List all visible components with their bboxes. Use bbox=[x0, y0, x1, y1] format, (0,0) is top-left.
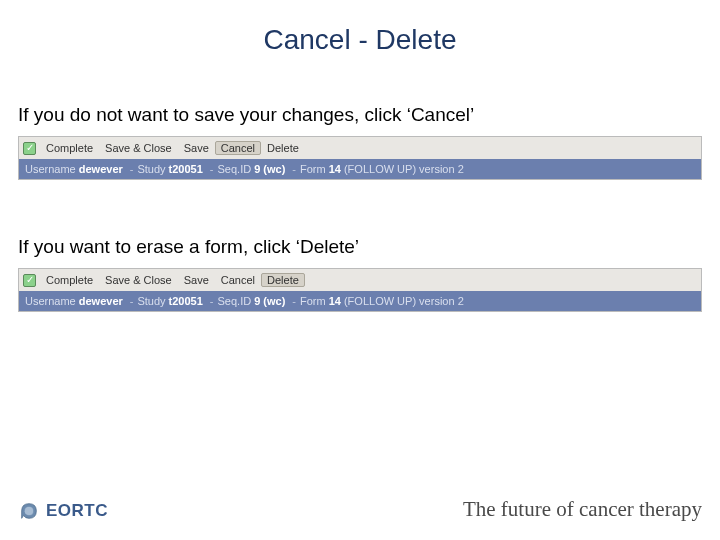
separator-icon: - bbox=[210, 163, 214, 175]
save-close-button[interactable]: Save & Close bbox=[99, 141, 178, 155]
seqid-value: 9 (wc) bbox=[254, 163, 285, 175]
toolbar-top-row: ✓ Complete Save & Close Save Cancel Dele… bbox=[19, 137, 701, 159]
complete-button[interactable]: Complete bbox=[40, 273, 99, 287]
status-bar: Username dewever - Study t20051 - Seq.ID… bbox=[19, 291, 701, 311]
complete-checkbox-icon: ✓ bbox=[23, 274, 36, 287]
toolbar-top-row: ✓ Complete Save & Close Save Cancel Dele… bbox=[19, 269, 701, 291]
separator-icon: - bbox=[292, 163, 296, 175]
status-bar: Username dewever - Study t20051 - Seq.ID… bbox=[19, 159, 701, 179]
username-label: Username bbox=[25, 295, 76, 307]
form-label: Form bbox=[300, 295, 326, 307]
toolbar-cancel-example: ✓ Complete Save & Close Save Cancel Dele… bbox=[18, 136, 702, 180]
save-button[interactable]: Save bbox=[178, 273, 215, 287]
cancel-button[interactable]: Cancel bbox=[215, 141, 261, 155]
study-label: Study bbox=[137, 163, 165, 175]
footer: EORTC The future of cancer therapy bbox=[18, 497, 702, 522]
separator-icon: - bbox=[130, 295, 134, 307]
form-extra: (FOLLOW UP) version 2 bbox=[344, 295, 464, 307]
study-value: t20051 bbox=[169, 295, 203, 307]
seqid-label: Seq.ID bbox=[218, 163, 252, 175]
toolbar-delete-example: ✓ Complete Save & Close Save Cancel Dele… bbox=[18, 268, 702, 312]
study-label: Study bbox=[137, 295, 165, 307]
study-value: t20051 bbox=[169, 163, 203, 175]
seqid-value: 9 (wc) bbox=[254, 295, 285, 307]
eortc-logo-icon bbox=[18, 500, 40, 522]
complete-checkbox-icon: ✓ bbox=[23, 142, 36, 155]
seqid-label: Seq.ID bbox=[218, 295, 252, 307]
separator-icon: - bbox=[210, 295, 214, 307]
cancel-button[interactable]: Cancel bbox=[215, 273, 261, 287]
form-label: Form bbox=[300, 163, 326, 175]
username-label: Username bbox=[25, 163, 76, 175]
eortc-logo-text: EORTC bbox=[46, 501, 108, 521]
delete-button[interactable]: Delete bbox=[261, 141, 305, 155]
save-close-button[interactable]: Save & Close bbox=[99, 273, 178, 287]
eortc-logo: EORTC bbox=[18, 500, 108, 522]
instruction-delete: If you want to erase a form, click ‘Dele… bbox=[18, 236, 720, 258]
tagline: The future of cancer therapy bbox=[463, 497, 702, 522]
form-extra: (FOLLOW UP) version 2 bbox=[344, 163, 464, 175]
separator-icon: - bbox=[292, 295, 296, 307]
delete-button[interactable]: Delete bbox=[261, 273, 305, 287]
instruction-cancel: If you do not want to save your changes,… bbox=[18, 104, 720, 126]
username-value: dewever bbox=[79, 163, 123, 175]
save-button[interactable]: Save bbox=[178, 141, 215, 155]
form-value: 14 bbox=[329, 295, 341, 307]
form-value: 14 bbox=[329, 163, 341, 175]
page-title: Cancel - Delete bbox=[0, 24, 720, 56]
separator-icon: - bbox=[130, 163, 134, 175]
complete-button[interactable]: Complete bbox=[40, 141, 99, 155]
username-value: dewever bbox=[79, 295, 123, 307]
